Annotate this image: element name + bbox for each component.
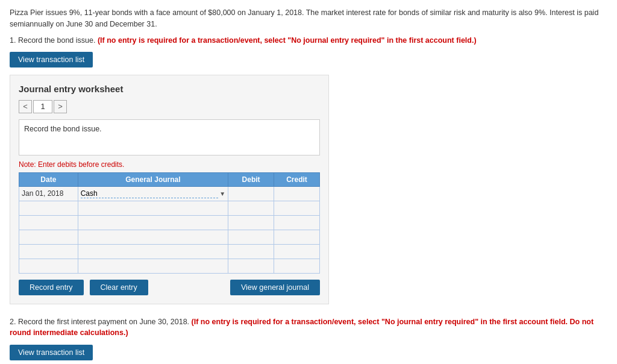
table-row [19,244,320,259]
journal-worksheet-1: Journal entry worksheet < 1 > Record the… [10,75,329,304]
section2-instruction: 2. Record the first interest payment on … [10,316,600,339]
credit-cell-3[interactable] [274,215,320,230]
gj-input-2[interactable] [81,201,226,215]
debit-cell-5[interactable] [228,244,274,259]
gj-cell-3[interactable] [78,215,228,230]
view-transaction-list-button-2[interactable]: View transaction list [10,345,93,360]
table-row: Jan 01, 2018 ▼ [19,186,320,201]
col-header-date: Date [19,172,78,186]
journal-table-1: Date General Journal Debit Credit Jan 01… [19,172,320,274]
view-general-journal-button[interactable]: View general journal [230,280,320,295]
date-cell-3 [19,215,78,230]
credit-input-6[interactable] [277,259,317,273]
date-cell-5 [19,244,78,259]
view-transaction-list-button-1[interactable]: View transaction list [10,52,93,67]
col-header-credit: Credit [274,172,320,186]
date-value-1: Jan 01, 2018 [22,189,63,198]
debit-cell-2[interactable] [228,201,274,215]
gj-input-6[interactable] [81,259,226,273]
clear-entry-button[interactable]: Clear entry [90,280,148,295]
gj-cell-4[interactable] [78,230,228,244]
problem-text: Pizza Pier issues 9%, 11-year bonds with… [10,7,600,30]
gj-cell-1[interactable]: ▼ [78,186,228,201]
prev-page-button-1[interactable]: < [19,100,32,113]
button-row-1: Record entry Clear entry View general jo… [19,280,320,295]
credit-input-2[interactable] [277,201,317,215]
table-row [19,259,320,273]
table-row [19,215,320,230]
credit-input-4[interactable] [277,230,317,244]
gj-cell-5[interactable] [78,244,228,259]
credit-cell-1[interactable] [274,186,320,201]
date-cell-1: Jan 01, 2018 [19,186,78,201]
date-cell-2 [19,201,78,215]
debit-input-5[interactable] [231,245,271,259]
next-page-button-1[interactable]: > [54,100,67,113]
description-box-1: Record the bond issue. [19,119,320,155]
dropdown-arrow-1[interactable]: ▼ [219,190,225,197]
credit-input-1[interactable] [277,187,317,201]
gj-cell-6[interactable] [78,259,228,273]
credit-input-3[interactable] [277,216,317,230]
debit-input-6[interactable] [231,259,271,273]
debit-input-2[interactable] [231,201,271,215]
debit-cell-1[interactable] [228,186,274,201]
date-cell-6 [19,259,78,273]
nav-row-1: < 1 > [19,100,320,113]
gj-input-5[interactable] [81,245,226,259]
gj-cell-2[interactable] [78,201,228,215]
credit-cell-5[interactable] [274,244,320,259]
debit-cell-4[interactable] [228,230,274,244]
debit-cell-6[interactable] [228,259,274,273]
credit-input-5[interactable] [277,245,317,259]
debit-input-3[interactable] [231,216,271,230]
credit-cell-6[interactable] [274,259,320,273]
date-cell-4 [19,230,78,244]
col-header-gj: General Journal [78,172,228,186]
section1-instruction-red: (If no entry is required for a transacti… [98,36,477,45]
debit-input-4[interactable] [231,230,271,244]
debit-cell-3[interactable] [228,215,274,230]
gj-input-3[interactable] [81,216,226,230]
table-row [19,230,320,244]
section2-instruction-plain: 2. Record the first interest payment on … [10,318,192,326]
table-row [19,201,320,215]
worksheet-title-1: Journal entry worksheet [19,84,320,94]
section1-instruction-plain: 1. Record the bond issue. [10,36,98,45]
credit-cell-2[interactable] [274,201,320,215]
debit-input-1[interactable] [231,187,271,201]
note-text-1: Note: Enter debits before credits. [19,160,320,169]
gj-input-1[interactable] [81,189,219,198]
credit-cell-4[interactable] [274,230,320,244]
record-entry-button[interactable]: Record entry [19,280,84,295]
page-number-1: 1 [33,100,52,113]
gj-input-4[interactable] [81,230,226,244]
col-header-debit: Debit [228,172,274,186]
section1-instruction: 1. Record the bond issue. (If no entry i… [10,36,600,45]
